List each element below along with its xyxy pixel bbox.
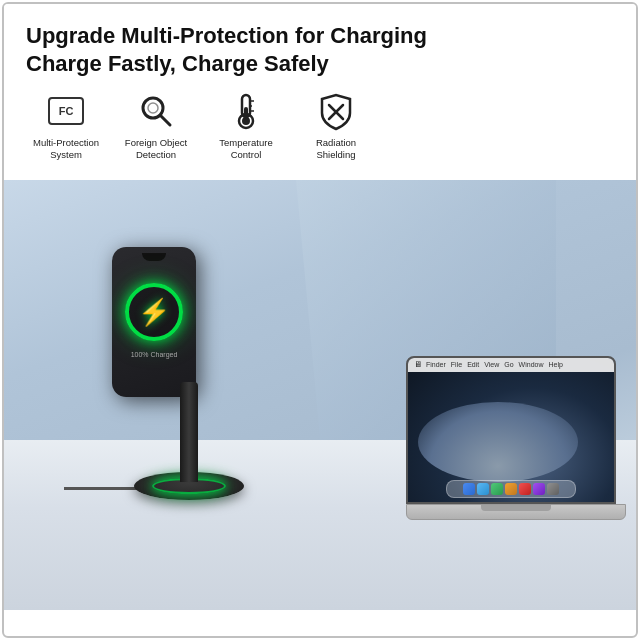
stand-stem	[180, 382, 198, 482]
svg-point-2	[148, 103, 158, 113]
feature-icon-radiation	[314, 89, 358, 133]
menubar-file: File	[451, 361, 462, 368]
svg-line-1	[160, 115, 170, 125]
menubar-help: Help	[548, 361, 562, 368]
feature-icon-magnify	[134, 89, 178, 133]
laptop-hinge	[481, 505, 551, 511]
feature-multi-protection: FC Multi-ProtectionSystem	[26, 89, 106, 162]
headline-line2: Charge Fastly, Charge Safely	[26, 51, 329, 76]
top-section: Upgrade Multi-Protection for Charging Ch…	[4, 4, 636, 180]
menubar-window: Window	[519, 361, 544, 368]
phone-notch	[142, 253, 166, 261]
magnify-svg-icon	[136, 91, 176, 131]
finder-logo: 🖥	[414, 360, 422, 369]
feature-temperature: TemperatureControl	[206, 89, 286, 162]
fcc-badge-icon: FC	[48, 97, 84, 125]
dock-icon-mail	[477, 483, 489, 495]
laptop-dock	[446, 480, 576, 498]
dock-icon-safari	[491, 483, 503, 495]
laptop-body	[406, 504, 626, 520]
laptop-wallpaper-dune	[418, 402, 578, 482]
feature-foreign-object: Foreign ObjectDetection	[116, 89, 196, 162]
laptop-screen: 🖥 Finder File Edit View Go Window Help	[406, 356, 616, 504]
dock-icon-finder	[463, 483, 475, 495]
bolt-icon: ⚡	[138, 299, 170, 325]
svg-point-6	[242, 117, 250, 125]
charging-circle: ⚡	[125, 283, 183, 341]
feature-label-temperature: TemperatureControl	[219, 137, 272, 162]
feature-radiation: RadiationShielding	[296, 89, 376, 162]
radiation-svg-icon	[316, 91, 356, 131]
feature-label-radiation: RadiationShielding	[316, 137, 356, 162]
menubar-view: View	[484, 361, 499, 368]
laptop: 🖥 Finder File Edit View Go Window Help	[406, 356, 626, 520]
laptop-menubar: 🖥 Finder File Edit View Go Window Help	[408, 358, 614, 372]
charge-percentage-text: 100% Charged	[131, 351, 178, 358]
dock-icon-photos	[505, 483, 517, 495]
dock-icon-music	[519, 483, 531, 495]
feature-icon-fcc: FC	[44, 89, 88, 133]
product-scene: ⚡ 100% Charged 🖥 Finder File Edit	[4, 180, 636, 610]
dock-icon-app	[533, 483, 545, 495]
headline: Upgrade Multi-Protection for Charging Ch…	[26, 22, 614, 77]
phone: ⚡ 100% Charged	[112, 247, 196, 397]
feature-label-foreign-object: Foreign ObjectDetection	[125, 137, 187, 162]
features-row: FC Multi-ProtectionSystem Foreign Object…	[26, 89, 614, 170]
menubar-items: Finder File Edit View Go Window Help	[426, 361, 563, 368]
menubar-finder: Finder	[426, 361, 446, 368]
feature-icon-thermometer	[224, 89, 268, 133]
phone-stand-group: ⚡ 100% Charged	[142, 382, 236, 482]
dock-icon-system	[547, 483, 559, 495]
feature-label-multi-protection: Multi-ProtectionSystem	[33, 137, 99, 162]
headline-line1: Upgrade Multi-Protection for Charging	[26, 23, 427, 48]
product-card: Upgrade Multi-Protection for Charging Ch…	[2, 2, 638, 638]
menubar-edit: Edit	[467, 361, 479, 368]
thermometer-svg-icon	[228, 91, 264, 131]
menubar-go: Go	[504, 361, 513, 368]
